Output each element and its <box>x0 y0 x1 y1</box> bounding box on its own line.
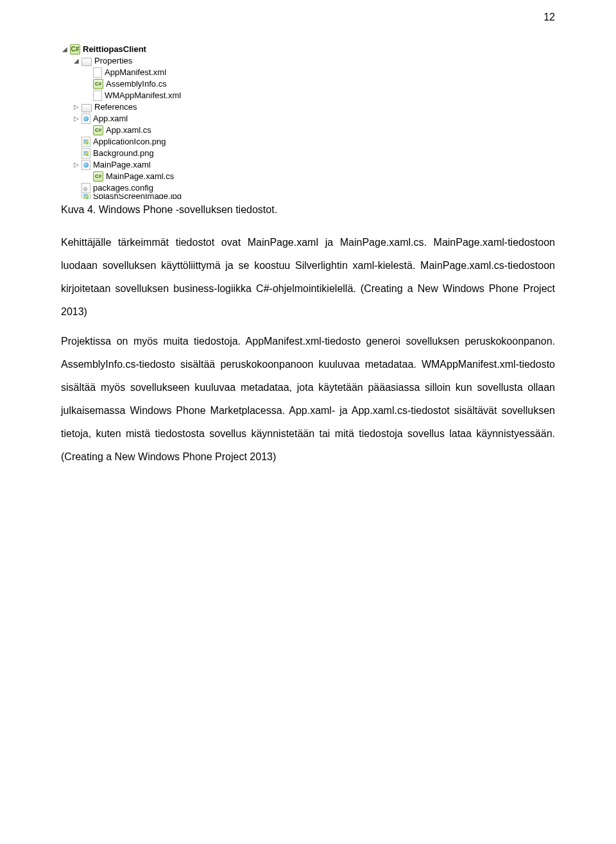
config-file-icon <box>81 183 90 193</box>
tree-label: MainPage.xaml <box>93 159 151 171</box>
references-icon <box>81 104 92 112</box>
image-file-icon <box>81 137 90 147</box>
tree-label: App.xaml.cs <box>106 125 151 136</box>
page-number: 12 <box>543 12 555 23</box>
tree-row-file: C# App.xaml.cs <box>61 125 555 136</box>
cs-file-icon: C# <box>93 171 103 182</box>
tree-label: ApplicationIcon.png <box>93 136 166 148</box>
paragraph: Projektissa on myös muita tiedostoja. Ap… <box>61 330 555 469</box>
expand-icon: ▷ <box>73 161 80 169</box>
figure-caption: Kuva 4. Windows Phone -sovelluksen tiedo… <box>61 204 555 216</box>
xml-file-icon <box>93 67 102 78</box>
page: 12 ◢ C# ReittiopasClient ◢ Properties Ap… <box>0 0 616 513</box>
tree-label: ReittiopasClient <box>83 44 146 55</box>
cs-file-icon: C# <box>93 79 103 89</box>
tree-row-file: packages.config <box>61 182 555 194</box>
tree-row-file: Background.png <box>61 148 555 159</box>
tree-row-file: C# AssemblyInfo.cs <box>61 78 555 90</box>
image-file-icon <box>81 194 90 199</box>
expand-icon: ▷ <box>73 115 80 123</box>
tree-label: Properties <box>94 55 132 67</box>
tree-label: Background.png <box>93 148 154 159</box>
paragraph: Kehittäjälle tärkeimmät tiedostot ovat M… <box>61 231 555 323</box>
tree-row-file-cutoff: SplashScreenImage.jpg <box>61 194 555 199</box>
tree-label: AssemblyInfo.cs <box>106 78 167 90</box>
tree-row-file: ApplicationIcon.png <box>61 136 555 148</box>
tree-label: AppManifest.xml <box>105 67 166 78</box>
tree-row-folder: ◢ Properties <box>61 55 555 67</box>
tree-label: packages.config <box>93 182 153 194</box>
tree-row-file: AppManifest.xml <box>61 67 555 78</box>
expand-icon: ▷ <box>73 103 80 111</box>
image-file-icon <box>81 148 90 159</box>
tree-row-file: ▷ MainPage.xaml <box>61 159 555 171</box>
tree-row-file: WMAppManifest.xml <box>61 90 555 101</box>
cs-file-icon: C# <box>93 125 103 135</box>
tree-label: References <box>94 101 137 113</box>
tree-label: SplashScreenImage.jpg <box>93 194 182 199</box>
tree-label: WMAppManifest.xml <box>105 90 181 101</box>
body-text: Kehittäjälle tärkeimmät tiedostot ovat M… <box>61 231 555 469</box>
folder-icon <box>81 58 92 66</box>
xaml-file-icon <box>81 160 90 170</box>
xaml-file-icon <box>81 114 90 124</box>
tree-label: MainPage.xaml.cs <box>106 171 174 182</box>
tree-label: App.xaml <box>93 113 128 125</box>
project-icon: C# <box>70 44 80 55</box>
collapse-icon: ◢ <box>61 46 69 53</box>
tree-row-project: ◢ C# ReittiopasClient <box>61 44 555 55</box>
xml-file-icon <box>93 90 102 101</box>
solution-explorer-tree: ◢ C# ReittiopasClient ◢ Properties AppMa… <box>61 44 555 199</box>
tree-row-file: C# MainPage.xaml.cs <box>61 171 555 182</box>
tree-row-folder: ▷ References <box>61 101 555 113</box>
tree-row-file: ▷ App.xaml <box>61 113 555 125</box>
collapse-icon: ◢ <box>73 57 80 65</box>
